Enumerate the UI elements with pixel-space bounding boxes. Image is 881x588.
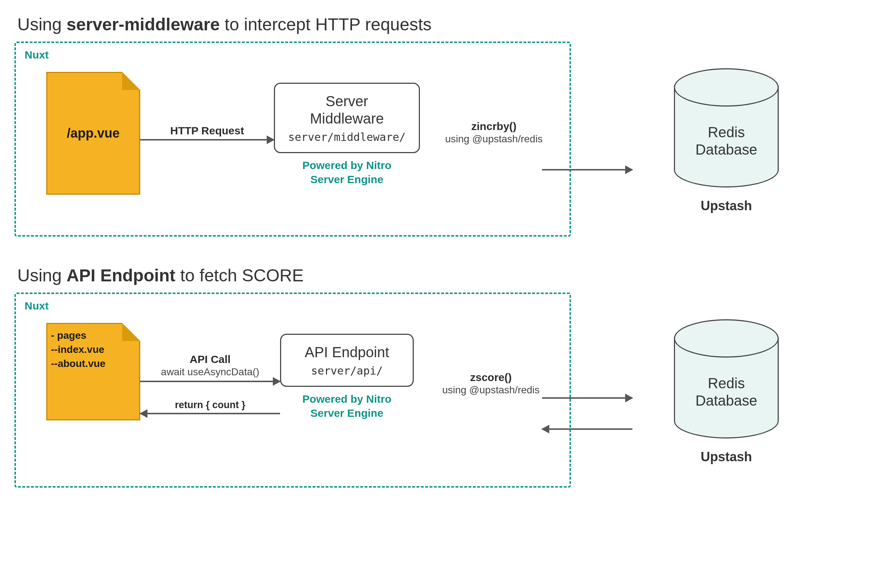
- box-title-l1: Server: [288, 93, 406, 110]
- arrow-right-icon: [140, 381, 280, 382]
- box-title: API Endpoint: [294, 344, 400, 361]
- file-line-about: --about.vue: [51, 357, 105, 370]
- arrow-zincrby: zincrby() using @upstash/redis: [420, 75, 561, 191]
- arrow-http-request: HTTP Request: [140, 75, 274, 191]
- file-icon: /app.vue: [46, 72, 140, 195]
- db-column: Redis Database Upstash: [661, 338, 791, 465]
- title-prefix: Using: [17, 15, 66, 34]
- arrow-zscore: zscore() using @upstash/redis: [414, 327, 561, 442]
- title-bold: API Endpoint: [66, 266, 175, 285]
- database-icon: Redis Database: [674, 86, 779, 188]
- middleware-box-wrap: Server Middleware server/middleware/ Pow…: [274, 83, 419, 186]
- api-endpoint-box: API Endpoint server/api/: [280, 334, 414, 387]
- powered-l1: Powered by Nitro: [302, 393, 392, 405]
- powered-l2: Server Engine: [310, 407, 383, 419]
- db-column: Redis Database Upstash: [661, 86, 791, 213]
- arrow2-sub: using @upstash/redis: [442, 384, 540, 396]
- nuxt-label: Nuxt: [24, 300, 561, 312]
- title-suffix: to fetch SCORE: [175, 266, 304, 285]
- middleware-box: Server Middleware server/middleware/: [274, 83, 419, 153]
- db-name: Upstash: [701, 198, 752, 213]
- nuxt-container: Nuxt - pages --index.vue --about.vue API…: [15, 292, 571, 488]
- db-label: Redis Database: [695, 123, 757, 158]
- diagram-row: Nuxt /app.vue HTTP Request Server Middle…: [15, 42, 866, 237]
- box-path: server/middleware/: [288, 131, 406, 143]
- file-icon: - pages --index.vue --about.vue: [46, 323, 140, 420]
- db-name: Upstash: [701, 449, 752, 465]
- arrow-right-icon: [542, 169, 632, 171]
- arrow-return-label: return { count }: [175, 399, 245, 411]
- file-label: /app.vue: [67, 126, 120, 141]
- arrow2-bold: zscore(): [470, 371, 512, 384]
- powered-by-label: Powered by Nitro Server Engine: [302, 158, 392, 186]
- arrow-api-call: API Call await useAsyncData() return { c…: [140, 327, 280, 442]
- title-suffix: to intercept HTTP requests: [220, 15, 431, 34]
- diagram-section-api-endpoint: Using API Endpoint to fetch SCORE Nuxt -…: [15, 266, 866, 488]
- database-icon: Redis Database: [674, 338, 779, 438]
- arrow-to-db: [571, 168, 661, 172]
- arrow1-sub: await useAsyncData(): [161, 366, 259, 378]
- nuxt-container: Nuxt /app.vue HTTP Request Server Middle…: [15, 42, 571, 237]
- title-bold: server-middleware: [66, 15, 220, 34]
- box-path: server/api/: [294, 364, 400, 377]
- arrow1-bold: API Call: [190, 353, 230, 366]
- box-title-l2: Middleware: [288, 110, 406, 127]
- nuxt-content: - pages --index.vue --about.vue API Call…: [24, 312, 561, 471]
- arrow-right-icon: [140, 139, 274, 141]
- arrow2-bold: zincrby(): [471, 120, 516, 132]
- nuxt-label: Nuxt: [24, 49, 561, 61]
- arrow2-sub: using @upstash/redis: [445, 133, 543, 145]
- section-title: Using server-middleware to intercept HTT…: [17, 15, 866, 34]
- api-box-wrap: API Endpoint server/api/ Powered by Nitr…: [280, 334, 414, 420]
- powered-l1: Powered by Nitro: [302, 159, 392, 171]
- arrow-left-icon: [140, 413, 280, 414]
- arrow-right-icon: [542, 397, 632, 399]
- file-line-index: --index.vue: [51, 342, 104, 357]
- arrows-db: [571, 396, 661, 431]
- powered-by-label: Powered by Nitro Server Engine: [302, 392, 392, 420]
- powered-l2: Server Engine: [310, 173, 383, 185]
- arrow-left-icon: [542, 428, 632, 430]
- arrow-label: HTTP Request: [170, 124, 244, 137]
- db-label: Redis Database: [695, 375, 757, 409]
- diagram-section-middleware: Using server-middleware to intercept HTT…: [15, 15, 866, 237]
- diagram-row: Nuxt - pages --index.vue --about.vue API…: [15, 292, 866, 488]
- title-prefix: Using: [17, 266, 66, 285]
- file-line-pages: - pages: [51, 328, 86, 342]
- section-title: Using API Endpoint to fetch SCORE: [17, 266, 866, 285]
- nuxt-content: /app.vue HTTP Request Server Middleware …: [24, 61, 561, 220]
